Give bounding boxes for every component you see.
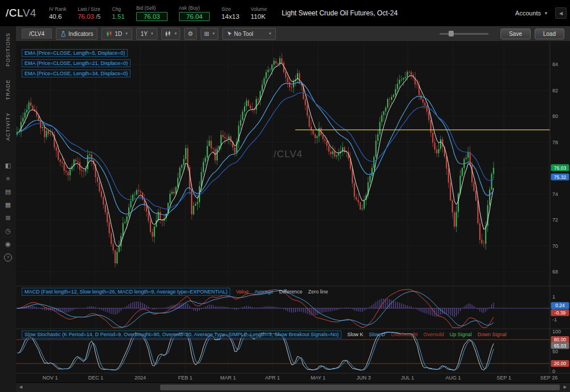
- time-tick: DEC 1: [88, 375, 104, 381]
- volume-value: 110K: [251, 13, 267, 20]
- ask-label: Ask (Buy): [179, 5, 210, 11]
- ema34-label[interactable]: EMA (Price=CLOSE, Length=34, Displace=0): [22, 70, 131, 77]
- ask-button[interactable]: 76.04: [179, 12, 210, 21]
- macd-legend-difference: Difference: [279, 289, 303, 295]
- contract-description: Light Sweet Crude Oil Futures, Oct-24: [282, 9, 397, 17]
- time-tick: MAY 1: [311, 375, 325, 381]
- sidebar-tab-positions[interactable]: POSITIONS: [5, 32, 11, 67]
- price-tick: 68: [552, 269, 558, 275]
- scroll-right-button[interactable]: ►: [563, 384, 568, 390]
- chevron-left-icon: ◀: [559, 11, 563, 16]
- indicators-button[interactable]: Indicators: [56, 28, 97, 40]
- tool-label: No Tool: [234, 31, 254, 37]
- bid-label: Bid (Sell): [136, 5, 168, 11]
- sidebar-tab-activity[interactable]: ACTIVITY: [5, 112, 11, 141]
- range-dropdown[interactable]: 1Y ▾: [136, 28, 158, 40]
- time-tick: 2024: [135, 375, 146, 381]
- aggregation-value: 1D: [115, 31, 122, 37]
- chart-layout-dropdown[interactable]: ⊞ ▾: [201, 28, 218, 40]
- bid-field: Bid (Sell) 76.03: [136, 5, 168, 21]
- alerts-icon[interactable]: ◉: [5, 240, 11, 247]
- chart-zoom-slider[interactable]: [439, 30, 488, 38]
- time-tick: APR 1: [265, 375, 280, 381]
- volume-field: Volume 110K: [251, 6, 267, 20]
- device-icon[interactable]: ◧: [5, 162, 11, 169]
- indicators-label: Indicators: [68, 31, 93, 37]
- aggregation-dropdown[interactable]: 1D ▾: [101, 28, 132, 40]
- price-tick: 84: [552, 62, 558, 67]
- chart-watermark: /CLV4: [274, 149, 303, 160]
- collapse-panel-button[interactable]: ◀: [555, 7, 567, 19]
- iv-rank-field: IV Rank 40.6: [49, 6, 66, 20]
- symbol-title: /CLV4: [6, 7, 36, 19]
- drawing-tool-dropdown[interactable]: No Tool ▾: [222, 28, 276, 40]
- change-value: 1.51: [112, 13, 125, 20]
- apps-grid-icon[interactable]: ⊞: [5, 214, 10, 221]
- accounts-label: Accounts: [515, 10, 541, 17]
- load-button[interactable]: Load: [535, 28, 564, 39]
- stoch-legend-oversold: Oversold: [424, 332, 444, 337]
- last-trade-size: /5: [96, 14, 100, 20]
- chevron-down-icon: ▼: [544, 11, 548, 16]
- ema5-label[interactable]: EMA (Price=CLOSE, Length=5, Displace=0): [22, 49, 128, 57]
- iv-rank-value: 40.6: [49, 13, 66, 20]
- watchlist-icon[interactable]: ≡: [6, 175, 10, 182]
- history-icon[interactable]: ◷: [5, 227, 11, 234]
- stochastic-legend: Slow Stochastic (K Period=14, D Period=9…: [22, 330, 506, 338]
- chart-symbol-tab[interactable]: /CLV4: [22, 28, 52, 39]
- time-tick: FEB 1: [178, 375, 192, 381]
- time-tick: NOV 1: [42, 375, 58, 381]
- stochastic-study-label[interactable]: Slow Stochastic (K Period=14, D Period=9…: [22, 330, 341, 338]
- chevron-down-icon: ▾: [213, 31, 215, 36]
- save-button[interactable]: Save: [500, 28, 531, 39]
- macd-legend-average: Average: [254, 289, 273, 295]
- macd-study-label[interactable]: MACD (Fast length=12, Slow length=26, MA…: [22, 288, 230, 296]
- time-tick: JUN 3: [356, 375, 370, 381]
- stoch-legend-slowk: Slow K: [347, 332, 363, 337]
- size-value: 14x13: [221, 13, 239, 20]
- price-tick: 74: [552, 191, 558, 197]
- scroll-left-button[interactable]: ◄: [18, 384, 23, 390]
- ema-legend-stack: EMA (Price=CLOSE, Length=5, Displace=0) …: [22, 49, 131, 80]
- time-scrollbar[interactable]: ◄ ►: [16, 382, 570, 392]
- left-sidebar: POSITIONS TRADE ACTIVITY ◧ ≡ ▤ ▦ ⊞ ◷ ◉ ?: [0, 26, 17, 392]
- time-tick: AUG 1: [445, 375, 461, 381]
- accounts-dropdown[interactable]: Accounts ▼: [515, 10, 548, 17]
- layout-icon[interactable]: ▤: [5, 188, 11, 195]
- price-tick: 82: [552, 88, 558, 93]
- calendar-icon[interactable]: ▦: [5, 201, 11, 208]
- slider-thumb[interactable]: [449, 31, 454, 36]
- gear-icon: ⚙: [188, 31, 193, 37]
- chevron-down-icon: ▾: [174, 31, 177, 36]
- ema21-label[interactable]: EMA (Price=CLOSE, Length=21, Displace=0): [22, 59, 131, 67]
- help-icon[interactable]: ?: [4, 254, 12, 262]
- scrollbar-thumb[interactable]: [160, 385, 560, 390]
- change-label: Chg: [112, 6, 125, 12]
- svg-text:0.24: 0.24: [555, 303, 565, 308]
- sidebar-tab-trade[interactable]: TRADE: [5, 79, 11, 100]
- chevron-down-icon: ▾: [269, 31, 271, 36]
- price-tick: 70: [552, 243, 558, 249]
- chart-settings-button[interactable]: ⚙: [184, 28, 197, 40]
- cursor-icon: [227, 31, 232, 37]
- price-tick: 78: [552, 140, 558, 145]
- symbol-suffix: V4: [23, 7, 36, 19]
- bid-button[interactable]: 76.03: [136, 12, 168, 21]
- change-field: Chg 1.51: [112, 6, 125, 20]
- chevron-down-icon: ▾: [151, 31, 153, 36]
- stoch-legend-slowd: Slow D: [369, 332, 385, 337]
- candles-icon: [106, 31, 112, 37]
- stoch-legend-downsignal: Down Signal: [478, 332, 507, 337]
- stochastic-tick: 50: [552, 349, 558, 354]
- trading-app-window: /CLV4 IV Rank 40.6 Last / Size 76.03 /5 …: [0, 0, 570, 392]
- grid-layout-icon: ⊞: [204, 31, 209, 37]
- quote-header: /CLV4 IV Rank 40.6 Last / Size 76.03 /5 …: [0, 0, 570, 26]
- price-tick: 72: [552, 217, 558, 223]
- stoch-legend-overbought: Overbought: [391, 332, 418, 337]
- stochastic-tick: 0: [552, 369, 555, 374]
- svg-text:-0.39: -0.39: [555, 310, 566, 316]
- chart-style-dropdown[interactable]: ▾: [161, 28, 180, 40]
- macd-legend-value: Value: [236, 289, 249, 295]
- ask-field: Ask (Buy) 76.04: [179, 5, 210, 21]
- price-tick: 80: [552, 113, 558, 119]
